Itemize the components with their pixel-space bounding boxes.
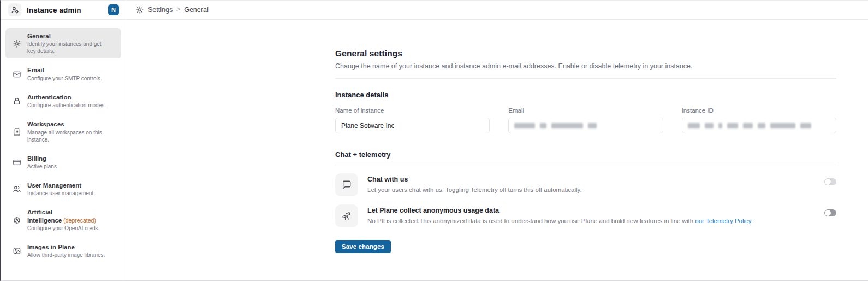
telemetry-toggle[interactable] — [824, 209, 836, 216]
main-panel: General settings Change the name of your… — [126, 20, 868, 280]
breadcrumb-settings[interactable]: Settings — [148, 6, 173, 14]
topbar-brand: Instance admin N — [1, 1, 126, 19]
instance-details-fields: Name of instance Email Instance ID — [335, 107, 836, 133]
section-divider — [335, 78, 836, 79]
sidebar-item-title: Billing — [27, 155, 57, 162]
sidebar-item-title: Artificial intelligence(deprecated) — [27, 208, 116, 224]
sidebar-item-user-management[interactable]: User Management Instance user management — [5, 178, 121, 201]
gear-icon — [135, 6, 144, 14]
sidebar-item-desc: Allow third-party image libraries. — [27, 251, 105, 259]
sidebar-item-desc: Active plans — [27, 163, 57, 170]
page-subtitle: Change the name of your instance and ins… — [335, 62, 836, 70]
instance-id-input[interactable] — [682, 118, 836, 133]
page-title: General settings — [335, 49, 836, 58]
sidebar-item-desc: Configure your SMTP controls. — [27, 75, 102, 82]
instance-details-heading: Instance details — [335, 91, 836, 99]
sidebar-item-desc: Configure authentication modes. — [27, 102, 106, 109]
credit-card-icon — [13, 158, 21, 167]
sidebar-item-workspaces[interactable]: Workspaces Manage all workspaces on this… — [5, 116, 121, 147]
breadcrumb-general[interactable]: General — [184, 6, 208, 14]
sidebar-item-images-in-plane[interactable]: Images in Plane Allow third-party image … — [5, 239, 121, 262]
sidebar-item-title: Images in Plane — [27, 243, 105, 251]
mail-icon — [13, 70, 21, 79]
top-bar: Instance admin N Settings > General — [1, 1, 868, 20]
settings-sidebar: General Identify your instances and get … — [1, 20, 126, 280]
sidebar-item-title: Authentication — [27, 93, 106, 101]
building-icon — [13, 127, 21, 136]
deprecated-tag: (deprecated) — [63, 217, 96, 224]
app-title: Instance admin — [27, 6, 81, 14]
sidebar-item-billing[interactable]: Billing Active plans — [5, 151, 121, 174]
sidebar-item-title: Workspaces — [27, 120, 109, 128]
lock-icon — [13, 97, 21, 106]
section-divider — [335, 165, 836, 165]
telemetry-policy-link[interactable]: our Telemetry Policy. — [695, 218, 753, 224]
sidebar-item-desc: Configure your OpenAI creds. — [27, 225, 109, 232]
save-changes-button[interactable]: Save changes — [335, 240, 391, 253]
message-square-icon — [335, 173, 358, 196]
sidebar-item-title: Email — [27, 66, 102, 74]
chat-with-us-row: Chat with us Let your users chat with us… — [335, 173, 836, 196]
sidebar-item-desc: Instance user management — [27, 190, 93, 197]
chat-with-us-toggle[interactable] — [824, 178, 836, 185]
field-label: Email — [508, 107, 663, 114]
sidebar-item-artificial-intelligence[interactable]: Artificial intelligence(deprecated) Conf… — [5, 204, 121, 236]
email-input[interactable] — [508, 118, 663, 133]
cog-icon — [13, 216, 21, 225]
sidebar-item-email[interactable]: Email Configure your SMTP controls. — [5, 62, 121, 85]
instance-badge[interactable]: N — [108, 4, 119, 15]
field-instance-id: Instance ID — [682, 107, 836, 133]
field-label: Name of instance — [335, 107, 490, 114]
sidebar-item-desc: Manage all workspaces on this instance. — [27, 129, 109, 143]
sidebar-item-general[interactable]: General Identify your instances and get … — [5, 28, 121, 58]
telescope-icon — [335, 204, 358, 227]
telemetry-row: Let Plane collect anonymous usage data N… — [335, 204, 836, 227]
sidebar-item-title: General — [27, 32, 109, 40]
row-desc: No PII is collected.This anonymized data… — [367, 218, 753, 224]
name-of-instance-input[interactable] — [335, 118, 490, 133]
sidebar-item-title: User Management — [27, 182, 93, 189]
image-icon — [13, 247, 21, 255]
row-desc: Let your users chat with us. Toggling Te… — [367, 186, 582, 193]
sidebar-item-desc: Identify your instances and get key deta… — [27, 40, 109, 55]
field-email: Email — [508, 107, 663, 133]
row-title: Let Plane collect anonymous usage data — [367, 207, 753, 214]
chevron-right-icon: > — [176, 5, 180, 13]
toggle-knob — [825, 210, 831, 216]
sidebar-item-authentication[interactable]: Authentication Configure authentication … — [5, 90, 121, 113]
gear-icon — [13, 39, 21, 48]
chat-telemetry-heading: Chat + telemetry — [335, 150, 836, 159]
toggle-knob — [825, 179, 831, 185]
field-name-of-instance: Name of instance — [335, 107, 490, 133]
instance-admin-app: Instance admin N Settings > General — [0, 0, 868, 281]
row-title: Chat with us — [367, 175, 582, 183]
field-label: Instance ID — [682, 107, 836, 114]
users-icon — [13, 185, 21, 194]
breadcrumb: Settings > General — [126, 1, 209, 19]
user-cog-icon — [8, 3, 21, 16]
